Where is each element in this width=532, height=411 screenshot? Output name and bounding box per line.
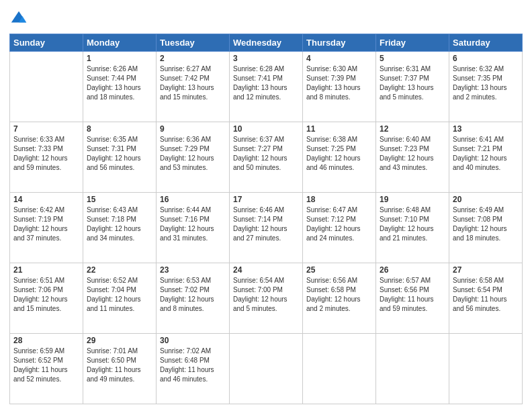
day-number: 11 <box>306 124 372 134</box>
calendar-cell: 7Sunrise: 6:33 AMSunset: 7:33 PMDaylight… <box>10 122 83 193</box>
cell-info: Sunrise: 6:35 AMSunset: 7:31 PMDaylight:… <box>87 136 141 171</box>
cell-info: Sunrise: 6:31 AMSunset: 7:37 PMDaylight:… <box>380 65 434 101</box>
calendar-cell <box>303 334 376 404</box>
cell-info: Sunrise: 6:37 AMSunset: 7:27 PMDaylight:… <box>233 136 287 171</box>
day-number: 23 <box>160 265 226 275</box>
cell-info: Sunrise: 6:26 AMSunset: 7:44 PMDaylight:… <box>87 65 141 101</box>
col-header-saturday: Saturday <box>449 34 523 52</box>
calendar-cell: 10Sunrise: 6:37 AMSunset: 7:27 PMDayligh… <box>230 122 303 193</box>
calendar-cell: 25Sunrise: 6:56 AMSunset: 6:58 PMDayligh… <box>303 263 376 334</box>
calendar-cell: 1Sunrise: 6:26 AMSunset: 7:44 PMDaylight… <box>83 52 157 122</box>
day-number: 18 <box>306 195 372 204</box>
day-number: 10 <box>233 124 299 134</box>
cell-info: Sunrise: 6:56 AMSunset: 6:58 PMDaylight:… <box>306 277 361 312</box>
cell-info: Sunrise: 6:49 AMSunset: 7:08 PMDaylight:… <box>453 206 507 242</box>
cell-info: Sunrise: 6:33 AMSunset: 7:33 PMDaylight:… <box>13 136 68 171</box>
day-number: 24 <box>233 265 299 275</box>
day-number: 19 <box>380 195 445 204</box>
main-container: SundayMondayTuesdayWednesdayThursdayFrid… <box>0 0 532 411</box>
cell-info: Sunrise: 7:01 AMSunset: 6:50 PMDaylight:… <box>87 347 141 383</box>
calendar-cell: 21Sunrise: 6:51 AMSunset: 7:06 PMDayligh… <box>10 263 83 334</box>
cell-info: Sunrise: 6:59 AMSunset: 6:52 PMDaylight:… <box>13 347 68 383</box>
day-number: 2 <box>160 54 226 63</box>
week-row-2: 14Sunrise: 6:42 AMSunset: 7:19 PMDayligh… <box>10 193 523 263</box>
cell-info: Sunrise: 6:44 AMSunset: 7:16 PMDaylight:… <box>160 206 214 242</box>
day-number: 5 <box>380 54 445 63</box>
day-number: 27 <box>453 265 519 275</box>
day-number: 4 <box>306 54 372 63</box>
calendar-cell: 13Sunrise: 6:41 AMSunset: 7:21 PMDayligh… <box>449 122 523 193</box>
calendar-cell: 19Sunrise: 6:48 AMSunset: 7:10 PMDayligh… <box>376 193 449 263</box>
calendar-cell: 26Sunrise: 6:57 AMSunset: 6:56 PMDayligh… <box>376 263 449 334</box>
col-header-friday: Friday <box>376 34 449 52</box>
cell-info: Sunrise: 6:48 AMSunset: 7:10 PMDaylight:… <box>380 206 434 242</box>
day-number: 3 <box>233 54 299 63</box>
calendar-cell: 8Sunrise: 6:35 AMSunset: 7:31 PMDaylight… <box>83 122 157 193</box>
col-header-tuesday: Tuesday <box>157 34 230 52</box>
week-row-0: 1Sunrise: 6:26 AMSunset: 7:44 PMDaylight… <box>10 52 523 122</box>
calendar-cell <box>10 52 83 122</box>
logo <box>9 9 30 28</box>
calendar-cell: 16Sunrise: 6:44 AMSunset: 7:16 PMDayligh… <box>157 193 230 263</box>
logo-icon <box>9 9 28 28</box>
day-number: 29 <box>87 336 152 345</box>
calendar-cell: 3Sunrise: 6:28 AMSunset: 7:41 PMDaylight… <box>230 52 303 122</box>
day-number: 21 <box>13 265 79 275</box>
calendar-cell: 17Sunrise: 6:46 AMSunset: 7:14 PMDayligh… <box>230 193 303 263</box>
calendar-cell: 11Sunrise: 6:38 AMSunset: 7:25 PMDayligh… <box>303 122 376 193</box>
calendar-cell <box>449 334 523 404</box>
cell-info: Sunrise: 6:28 AMSunset: 7:41 PMDaylight:… <box>233 65 287 101</box>
calendar-cell: 23Sunrise: 6:53 AMSunset: 7:02 PMDayligh… <box>157 263 230 334</box>
cell-info: Sunrise: 6:38 AMSunset: 7:25 PMDaylight:… <box>306 136 361 171</box>
week-row-1: 7Sunrise: 6:33 AMSunset: 7:33 PMDaylight… <box>10 122 523 193</box>
day-number: 25 <box>306 265 372 275</box>
day-number: 17 <box>233 195 299 204</box>
cell-info: Sunrise: 6:43 AMSunset: 7:18 PMDaylight:… <box>87 206 141 242</box>
day-number: 16 <box>160 195 226 204</box>
calendar-cell: 2Sunrise: 6:27 AMSunset: 7:42 PMDaylight… <box>157 52 230 122</box>
col-header-wednesday: Wednesday <box>230 34 303 52</box>
cell-info: Sunrise: 6:57 AMSunset: 6:56 PMDaylight:… <box>380 277 434 312</box>
day-number: 13 <box>453 124 519 134</box>
day-number: 8 <box>87 124 152 134</box>
col-header-thursday: Thursday <box>303 34 376 52</box>
calendar-cell: 20Sunrise: 6:49 AMSunset: 7:08 PMDayligh… <box>449 193 523 263</box>
cell-info: Sunrise: 6:40 AMSunset: 7:23 PMDaylight:… <box>380 136 434 171</box>
week-row-4: 28Sunrise: 6:59 AMSunset: 6:52 PMDayligh… <box>10 334 523 404</box>
cell-info: Sunrise: 6:58 AMSunset: 6:54 PMDaylight:… <box>453 277 507 312</box>
calendar-cell: 27Sunrise: 6:58 AMSunset: 6:54 PMDayligh… <box>449 263 523 334</box>
cell-info: Sunrise: 6:41 AMSunset: 7:21 PMDaylight:… <box>453 136 507 171</box>
calendar-cell: 6Sunrise: 6:32 AMSunset: 7:35 PMDaylight… <box>449 52 523 122</box>
cell-info: Sunrise: 6:54 AMSunset: 7:00 PMDaylight:… <box>233 277 287 312</box>
calendar-cell: 18Sunrise: 6:47 AMSunset: 7:12 PMDayligh… <box>303 193 376 263</box>
cell-info: Sunrise: 6:42 AMSunset: 7:19 PMDaylight:… <box>13 206 68 242</box>
calendar-cell: 29Sunrise: 7:01 AMSunset: 6:50 PMDayligh… <box>83 334 157 404</box>
calendar-cell: 15Sunrise: 6:43 AMSunset: 7:18 PMDayligh… <box>83 193 157 263</box>
calendar-cell <box>230 334 303 404</box>
day-number: 14 <box>13 195 79 204</box>
day-number: 20 <box>453 195 519 204</box>
day-number: 15 <box>87 195 152 204</box>
cell-info: Sunrise: 6:27 AMSunset: 7:42 PMDaylight:… <box>160 65 214 101</box>
day-number: 22 <box>87 265 152 275</box>
day-number: 30 <box>160 336 226 345</box>
col-header-sunday: Sunday <box>10 34 83 52</box>
day-number: 1 <box>87 54 152 63</box>
cell-info: Sunrise: 6:51 AMSunset: 7:06 PMDaylight:… <box>13 277 68 312</box>
day-number: 12 <box>380 124 445 134</box>
day-number: 28 <box>13 336 79 345</box>
calendar-table: SundayMondayTuesdayWednesdayThursdayFrid… <box>9 34 523 404</box>
calendar-cell: 30Sunrise: 7:02 AMSunset: 6:48 PMDayligh… <box>157 334 230 404</box>
calendar-cell: 4Sunrise: 6:30 AMSunset: 7:39 PMDaylight… <box>303 52 376 122</box>
day-number: 6 <box>453 54 519 63</box>
calendar-cell: 22Sunrise: 6:52 AMSunset: 7:04 PMDayligh… <box>83 263 157 334</box>
cell-info: Sunrise: 6:36 AMSunset: 7:29 PMDaylight:… <box>160 136 214 171</box>
calendar-cell: 28Sunrise: 6:59 AMSunset: 6:52 PMDayligh… <box>10 334 83 404</box>
calendar-cell: 12Sunrise: 6:40 AMSunset: 7:23 PMDayligh… <box>376 122 449 193</box>
cell-info: Sunrise: 6:30 AMSunset: 7:39 PMDaylight:… <box>306 65 361 101</box>
cell-info: Sunrise: 7:02 AMSunset: 6:48 PMDaylight:… <box>160 347 214 383</box>
header <box>9 7 523 28</box>
day-number: 7 <box>13 124 79 134</box>
calendar-cell: 14Sunrise: 6:42 AMSunset: 7:19 PMDayligh… <box>10 193 83 263</box>
cell-info: Sunrise: 6:52 AMSunset: 7:04 PMDaylight:… <box>87 277 141 312</box>
